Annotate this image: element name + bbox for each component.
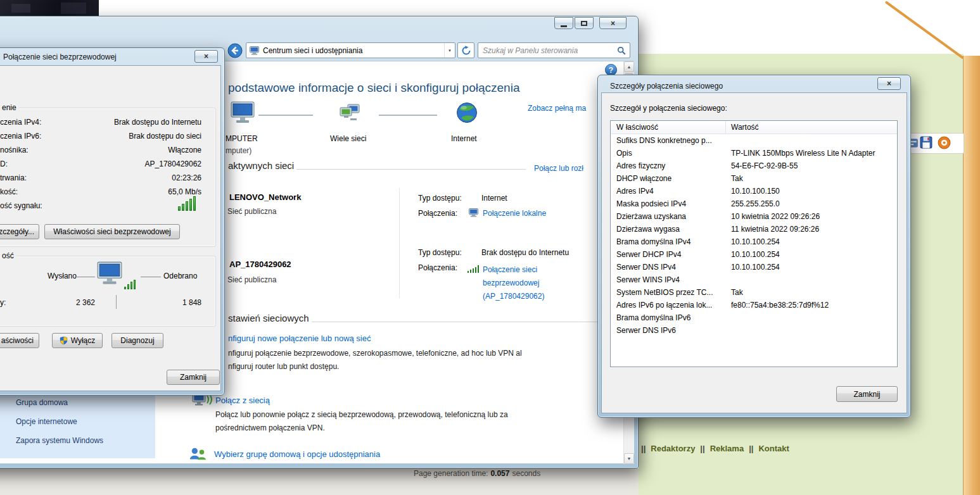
details-listview: W łaściwość Wartość Sufiks DNS konkretne… — [610, 120, 898, 367]
property-cell: Dzierżawa uzyskana — [611, 212, 726, 221]
details-row[interactable]: Dzierżawa uzyskana 10 kwietnia 2022 09:2… — [611, 210, 897, 223]
details-row[interactable]: Sufiks DNS konkretnego p... — [611, 134, 897, 147]
value-cell: 10.10.100.254 — [726, 250, 897, 259]
property-cell: Dzierżawa wygasa — [611, 225, 726, 234]
details-row[interactable]: Serwer DHCP IPv4 10.10.100.254 — [611, 248, 897, 261]
property-cell: Serwer WINS IPv4 — [611, 275, 726, 284]
dialog-title: Szczegóły połączenia sieciowego — [610, 82, 723, 91]
value-cell: 10.10.100.254 — [726, 237, 897, 246]
details-row[interactable]: DHCP włączone Tak — [611, 172, 897, 185]
value-cell: 10 kwietnia 2022 09:26:26 — [726, 212, 897, 221]
property-cell: Adres IPv6 po łączenia lok... — [611, 301, 726, 310]
details-subtitle: Szczegół y połączenia sieciowego: — [610, 104, 727, 113]
connection-details-dialog: Szczegóły połączenia sieciowego × Szczeg… — [0, 0, 980, 495]
value-cell: 54-E6-FC-92-9B-55 — [726, 161, 897, 170]
value-cell: 11 kwietnia 2022 09:26:26 — [726, 225, 897, 234]
property-cell: Maska podsieci IPv4 — [611, 199, 726, 208]
value-cell: TP-LINK 150Mbps Wireless Lite N Adapter — [726, 149, 897, 158]
value-cell: 10.10.100.150 — [726, 187, 897, 196]
property-cell: DHCP włączone — [611, 174, 726, 183]
value-cell: Tak — [726, 174, 897, 183]
details-row[interactable]: Adres IPv4 10.10.100.150 — [611, 185, 897, 197]
property-cell: Sufiks DNS konkretnego p... — [611, 136, 726, 145]
details-row[interactable]: Brama domyślna IPv6 — [611, 311, 897, 324]
value-column-header[interactable]: Wartość — [726, 121, 897, 134]
details-row[interactable]: Brama domyślna IPv4 10.10.100.254 — [611, 235, 897, 248]
details-row[interactable]: Serwer DNS IPv6 — [611, 324, 897, 337]
details-row[interactable]: Opis TP-LINK 150Mbps Wireless Lite N Ada… — [611, 147, 897, 160]
details-row[interactable]: Adres IPv6 po łączenia lok... fe80::75a4… — [611, 299, 897, 311]
property-cell: Serwer DHCP IPv4 — [611, 250, 726, 259]
property-column-header[interactable]: W łaściwość — [611, 121, 726, 134]
listview-header: W łaściwość Wartość — [611, 121, 897, 134]
details-row[interactable]: Serwer DNS IPv4 10.10.100.254 — [611, 261, 897, 273]
details-row[interactable]: Adres fizyczny 54-E6-FC-92-9B-55 — [611, 160, 897, 172]
property-cell: System NetBIOS przez TC... — [611, 288, 726, 297]
details-row[interactable]: Serwer WINS IPv4 — [611, 273, 897, 286]
details-row[interactable]: System NetBIOS przez TC... Tak — [611, 286, 897, 299]
details-row[interactable]: Maska podsieci IPv4 255.255.255.0 — [611, 197, 897, 210]
value-cell: 10.10.100.254 — [726, 263, 897, 272]
listview-body: Sufiks DNS konkretnego p... Opis TP-LINK… — [611, 134, 897, 337]
details-row[interactable]: Dzierżawa wygasa 11 kwietnia 2022 09:26:… — [611, 223, 897, 235]
property-cell: Serwer DNS IPv4 — [611, 263, 726, 272]
property-cell: Brama domyślna IPv6 — [611, 313, 726, 322]
property-cell: Adres IPv4 — [611, 187, 726, 196]
value-cell: 255.255.255.0 — [726, 199, 897, 208]
property-cell: Adres fizyczny — [611, 161, 726, 170]
close-icon: × — [887, 79, 891, 88]
value-cell: fe80::75a4:be38:25:7d9f%12 — [726, 301, 897, 310]
property-cell: Brama domyślna IPv4 — [611, 237, 726, 246]
property-cell: Opis — [611, 149, 726, 158]
value-cell: Tak — [726, 288, 897, 297]
close-dialog-button[interactable]: Zamknij — [836, 386, 898, 402]
property-cell: Serwer DNS IPv6 — [611, 326, 726, 335]
close-button[interactable]: × — [877, 77, 901, 90]
